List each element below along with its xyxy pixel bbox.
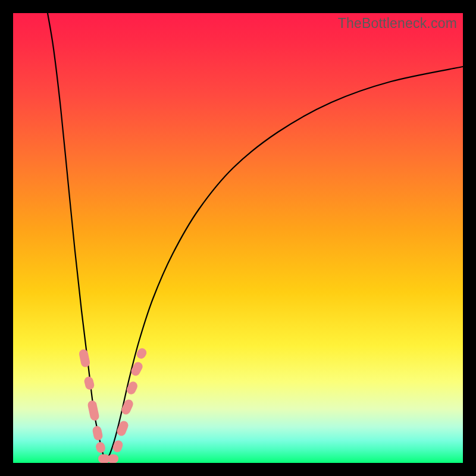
data-marker (95, 441, 106, 453)
outer-frame: TheBottleneck.com (0, 0, 476, 476)
data-marker (83, 376, 95, 391)
data-marker (87, 400, 100, 421)
curve-left-branch (48, 13, 106, 461)
chart-svg (13, 13, 463, 463)
curve-right-branch (106, 67, 463, 461)
watermark-text: TheBottleneck.com (338, 15, 457, 32)
data-marker (125, 380, 139, 396)
plot-area: TheBottleneck.com (13, 13, 463, 463)
data-marker (79, 349, 91, 368)
data-marker (92, 425, 104, 441)
